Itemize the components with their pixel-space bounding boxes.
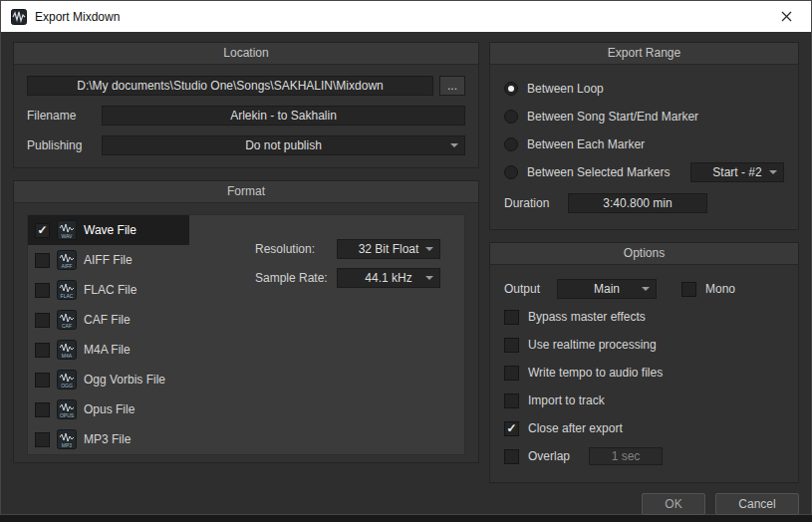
chevron-down-icon xyxy=(450,143,458,147)
close-after-export-checkbox[interactable] xyxy=(504,421,519,436)
resolution-row: Resolution: 32 Bit Float xyxy=(255,239,442,259)
format-header: Format xyxy=(14,181,478,203)
format-settings: Resolution: 32 Bit Float Sample Rate: 44… xyxy=(189,215,464,454)
options-body: Output Main Mono Bypass master effects xyxy=(490,265,798,482)
radio-row-between-song-start-end-marker[interactable]: Between Song Start/End Marker xyxy=(504,103,784,130)
path-row: D:\My documents\Studio One\Songs\SAKHALI… xyxy=(27,76,465,96)
sample-rate-dropdown[interactable]: 44.1 kHz xyxy=(337,268,440,288)
marker-range-value: Start - #2 xyxy=(712,165,761,179)
mp3-file-icon: MP3 xyxy=(57,429,77,449)
m4a-file-checkbox[interactable] xyxy=(35,343,50,358)
overlap-checkbox[interactable] xyxy=(504,449,519,464)
format-label: FLAC File xyxy=(84,283,136,297)
checkbox-label: Bypass master effects xyxy=(528,310,646,324)
window-title: Export Mixdown xyxy=(35,10,120,24)
format-row-caf-file[interactable]: CAF CAF File xyxy=(28,305,189,335)
checkbox-row-overlap[interactable]: Overlap 1 sec xyxy=(504,442,784,470)
between-loop-radio[interactable] xyxy=(504,82,518,96)
radio-row-between-each-marker[interactable]: Between Each Marker xyxy=(504,130,784,158)
radio-row-between-selected-markers[interactable]: Between Selected Markers Start - #2 xyxy=(504,158,784,186)
checkbox-label: Write tempo to audio files xyxy=(528,366,663,380)
overlap-duration-field[interactable]: 1 sec xyxy=(589,447,663,465)
caf-file-checkbox[interactable] xyxy=(35,313,50,328)
opus-file-checkbox[interactable] xyxy=(35,402,50,417)
filename-row: Filename Arlekin - to Sakhalin xyxy=(27,106,465,126)
marker-range-dropdown[interactable]: Start - #2 xyxy=(690,162,784,182)
format-row-m4a-file[interactable]: M4A M4A File xyxy=(28,335,189,365)
resolution-dropdown[interactable]: 32 Bit Float xyxy=(337,239,440,259)
format-group: Format WAV Wave F xyxy=(13,180,479,463)
format-label: Wave File xyxy=(84,223,136,237)
mp3-file-checkbox[interactable] xyxy=(35,432,50,447)
ogg-vorbis-file-checkbox[interactable] xyxy=(35,373,50,388)
format-label: Ogg Vorbis File xyxy=(84,373,165,387)
export-range-group: Export Range Between Loop Between Song S… xyxy=(489,42,799,230)
m4a-file-icon: M4A xyxy=(57,340,77,360)
flac-file-icon: FLAC xyxy=(57,280,77,300)
format-label: MP3 File xyxy=(84,432,131,446)
format-label: M4A File xyxy=(84,343,131,357)
flac-file-checkbox[interactable] xyxy=(35,283,50,298)
resolution-label: Resolution: xyxy=(255,242,337,256)
checkbox-row-close-after-export[interactable]: Close after export xyxy=(504,414,784,442)
opus-file-icon: OPUS xyxy=(57,399,77,419)
ok-button[interactable]: OK xyxy=(642,493,705,515)
format-label: Opus File xyxy=(84,402,135,416)
publishing-row: Publishing Do not publish xyxy=(27,135,465,155)
format-row-ogg-vorbis-file[interactable]: OGG Ogg Vorbis File xyxy=(28,365,189,394)
output-dropdown[interactable]: Main xyxy=(557,279,657,299)
use-realtime-processing-checkbox[interactable] xyxy=(504,338,519,353)
close-button[interactable] xyxy=(771,1,801,32)
format-row-wave-file[interactable]: WAV Wave File xyxy=(28,215,189,245)
radio-label: Between Each Marker xyxy=(527,137,645,151)
export-range-header: Export Range xyxy=(490,43,798,65)
radio-label: Between Song Start/End Marker xyxy=(527,110,698,124)
format-label: CAF File xyxy=(84,313,131,327)
format-label: AIFF File xyxy=(84,253,133,267)
mono-checkbox[interactable] xyxy=(681,282,696,297)
export-mixdown-dialog: Export Mixdown Location D:\My documents\… xyxy=(0,0,812,515)
checkbox-row-use-realtime-processing[interactable]: Use realtime processing xyxy=(504,331,784,359)
format-row-mp3-file[interactable]: MP3 MP3 File xyxy=(28,424,189,454)
format-row-flac-file[interactable]: FLAC FLAC File xyxy=(28,275,189,305)
caf-file-icon: CAF xyxy=(57,310,77,330)
radio-row-between-loop[interactable]: Between Loop xyxy=(504,75,784,103)
footer: OK Cancel xyxy=(489,483,799,515)
location-group: Location D:\My documents\Studio One\Song… xyxy=(13,42,479,168)
ogg-vorbis-file-icon: OGG xyxy=(57,370,77,390)
format-row-opus-file[interactable]: OPUS Opus File xyxy=(28,394,189,424)
between-song-start-end-radio[interactable] xyxy=(504,110,518,124)
between-selected-markers-radio[interactable] xyxy=(504,165,518,179)
bypass-master-effects-checkbox[interactable] xyxy=(504,310,519,325)
svg-text:AIFF: AIFF xyxy=(62,263,73,269)
radio-label: Between Selected Markers xyxy=(527,165,670,179)
chevron-down-icon xyxy=(642,287,650,291)
duration-label: Duration xyxy=(504,196,568,210)
checkbox-row-import-to-track[interactable]: Import to track xyxy=(504,387,784,414)
browse-button[interactable]: ... xyxy=(439,76,465,96)
export-range-body: Between Loop Between Song Start/End Mark… xyxy=(490,65,798,229)
publishing-dropdown[interactable]: Do not publish xyxy=(102,135,465,155)
checkbox-row-write-tempo-to-audio-files[interactable]: Write tempo to audio files xyxy=(504,359,784,387)
location-body: D:\My documents\Studio One\Songs\SAKHALI… xyxy=(14,65,478,167)
svg-text:MP3: MP3 xyxy=(62,442,73,448)
wave-file-checkbox[interactable] xyxy=(35,223,50,238)
format-row-aiff-file[interactable]: AIFF AIFF File xyxy=(28,245,189,275)
mono-label: Mono xyxy=(705,282,735,296)
chevron-down-icon xyxy=(425,247,433,251)
export-path-field[interactable]: D:\My documents\Studio One\Songs\SAKHALI… xyxy=(27,76,433,96)
cancel-button[interactable]: Cancel xyxy=(715,493,799,515)
filename-field[interactable]: Arlekin - to Sakhalin xyxy=(102,106,465,126)
between-each-marker-radio[interactable] xyxy=(504,137,518,151)
import-to-track-checkbox[interactable] xyxy=(504,393,519,408)
aiff-file-checkbox[interactable] xyxy=(35,253,50,268)
svg-text:WAV: WAV xyxy=(62,233,73,239)
checkbox-row-bypass-master-effects[interactable]: Bypass master effects xyxy=(504,303,784,331)
aiff-file-icon: AIFF xyxy=(57,250,77,270)
options-group: Options Output Main Mono Bypass master xyxy=(489,242,799,483)
output-label: Output xyxy=(504,282,548,296)
write-tempo-to-audio-files-checkbox[interactable] xyxy=(504,366,519,381)
output-value: Main xyxy=(594,282,620,296)
overlap-label: Overlap xyxy=(528,449,570,463)
svg-text:M4A: M4A xyxy=(62,353,73,359)
